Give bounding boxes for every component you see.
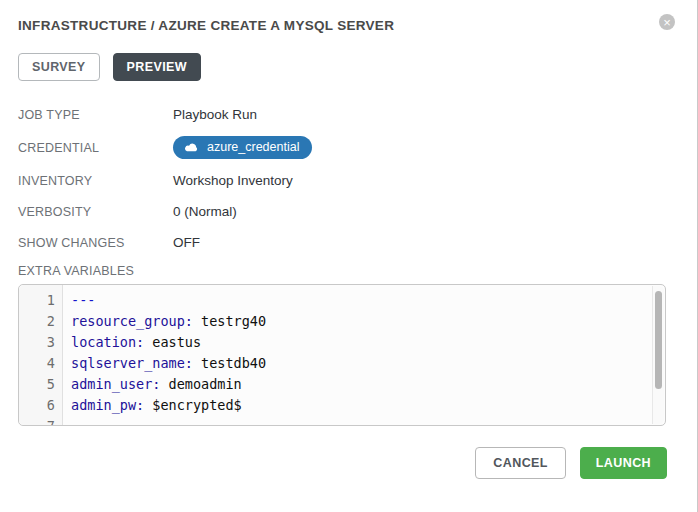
yaml-key: resource_group: [71, 313, 193, 329]
code-line: resource_group: testrg40 [71, 311, 651, 332]
editor-code-area[interactable]: --- resource_group: testrg40 location: e… [63, 285, 665, 425]
tab-survey[interactable]: SURVEY [18, 53, 100, 81]
inventory-label: INVENTORY [18, 174, 173, 188]
code-line: admin_pw: $encrypted$ [71, 395, 651, 416]
verbosity-value: 0 (Normal) [173, 204, 237, 219]
job-details: JOB TYPE Playbook Run CREDENTIAL azure_c… [18, 105, 667, 252]
editor-line-number-gutter: 1 2 3 4 5 6 7 [19, 285, 63, 425]
line-number: 2 [19, 311, 55, 332]
code-line: admin_user: demoadmin [71, 374, 651, 395]
show-changes-row: SHOW CHANGES OFF [18, 233, 667, 252]
code-line [71, 416, 651, 425]
tab-bar: SURVEY PREVIEW [18, 53, 667, 81]
job-type-label: JOB TYPE [18, 108, 173, 122]
yaml-value: demoadmin [160, 376, 241, 392]
close-icon: × [663, 15, 671, 30]
yaml-key: admin_user: [71, 376, 160, 392]
extra-variables-editor[interactable]: 1 2 3 4 5 6 7 --- resource_group: testrg… [18, 284, 666, 426]
cloud-icon [184, 142, 199, 153]
inventory-row: INVENTORY Workshop Inventory [18, 171, 667, 190]
inventory-value: Workshop Inventory [173, 173, 293, 188]
code-line: location: eastus [71, 332, 651, 353]
extra-variables-label: EXTRA VARIABLES [18, 264, 667, 278]
yaml-value: testrg40 [193, 313, 266, 329]
credential-badge[interactable]: azure_credential [173, 136, 312, 159]
modal-footer: CANCEL LAUNCH [18, 447, 667, 479]
close-button[interactable]: × [659, 14, 675, 30]
credential-label: CREDENTIAL [18, 141, 173, 155]
yaml-value: $encrypted$ [144, 397, 242, 413]
show-changes-value: OFF [173, 235, 200, 250]
tab-preview[interactable]: PREVIEW [113, 53, 201, 81]
line-number: 6 [19, 395, 55, 416]
job-launch-preview-modal: INFRASTRUCTURE / AZURE CREATE A MYSQL SE… [0, 0, 698, 512]
page-title: INFRASTRUCTURE / AZURE CREATE A MYSQL SE… [18, 18, 667, 33]
verbosity-row: VERBOSITY 0 (Normal) [18, 202, 667, 221]
line-number: 5 [19, 374, 55, 395]
code-line: sqlserver_name: testdb40 [71, 353, 651, 374]
line-number: 4 [19, 353, 55, 374]
modal-header: INFRASTRUCTURE / AZURE CREATE A MYSQL SE… [18, 18, 667, 33]
line-number: 3 [19, 332, 55, 353]
yaml-key: sqlserver_name: [71, 355, 193, 371]
yaml-doc-marker: --- [71, 292, 95, 308]
job-type-row: JOB TYPE Playbook Run [18, 105, 667, 124]
verbosity-label: VERBOSITY [18, 205, 173, 219]
line-number: 1 [19, 290, 55, 311]
credential-badge-label: azure_credential [207, 140, 299, 154]
yaml-key: admin_pw: [71, 397, 144, 413]
editor-scrollbar-thumb[interactable] [655, 291, 662, 389]
line-number: 7 [19, 416, 55, 426]
credential-row: CREDENTIAL azure_credential [18, 136, 667, 159]
show-changes-label: SHOW CHANGES [18, 236, 173, 250]
yaml-key: location: [71, 334, 144, 350]
yaml-value: eastus [144, 334, 201, 350]
editor-scrollbar-track[interactable] [652, 286, 664, 424]
job-type-value: Playbook Run [173, 107, 257, 122]
yaml-value: testdb40 [193, 355, 266, 371]
code-line: --- [71, 290, 651, 311]
cancel-button[interactable]: CANCEL [475, 447, 565, 479]
launch-button[interactable]: LAUNCH [580, 447, 667, 479]
